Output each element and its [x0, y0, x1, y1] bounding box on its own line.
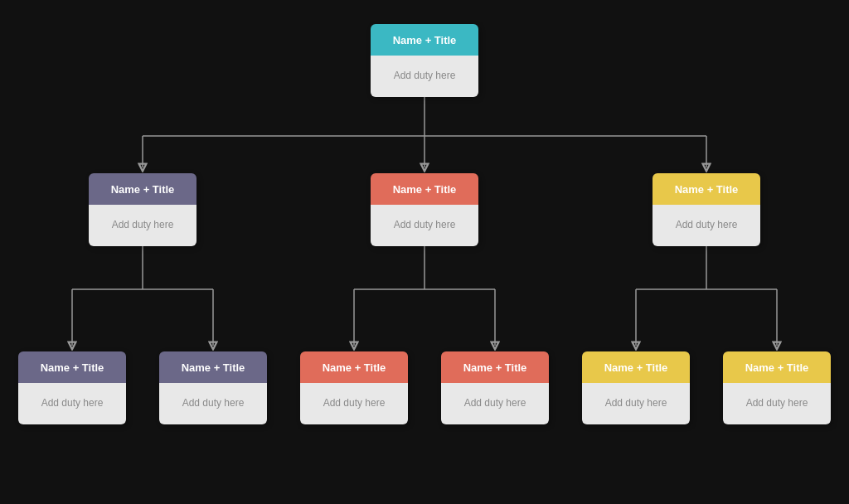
node-leaf-2-header: Name + Title — [159, 351, 267, 383]
node-mid-left-duty: Add duty here — [112, 219, 174, 230]
node-root-body: Add duty here — [371, 56, 478, 97]
node-leaf-5[interactable]: Name + Title Add duty here — [582, 351, 690, 424]
node-leaf-4-duty: Add duty here — [464, 397, 526, 409]
node-leaf-3-header: Name + Title — [300, 351, 408, 383]
node-leaf-2[interactable]: Name + Title Add duty here — [159, 351, 267, 424]
node-leaf-1-body: Add duty here — [18, 383, 126, 424]
node-leaf-6-duty: Add duty here — [746, 397, 808, 409]
node-leaf-4[interactable]: Name + Title Add duty here — [441, 351, 549, 424]
node-root-header: Name + Title — [371, 24, 478, 56]
node-mid-right[interactable]: Name + Title Add duty here — [653, 173, 760, 246]
node-leaf-3-label: Name + Title — [323, 361, 386, 374]
node-leaf-2-label: Name + Title — [182, 361, 245, 374]
node-mid-left-body: Add duty here — [89, 205, 196, 246]
node-root[interactable]: Name + Title Add duty here — [371, 24, 478, 97]
node-mid-left-label: Name + Title — [111, 183, 175, 196]
node-leaf-3-body: Add duty here — [300, 383, 408, 424]
node-leaf-6-body: Add duty here — [723, 383, 831, 424]
node-leaf-2-duty: Add duty here — [182, 397, 245, 409]
node-mid-center-label: Name + Title — [393, 183, 457, 196]
node-leaf-1-label: Name + Title — [41, 361, 104, 374]
node-leaf-6-label: Name + Title — [745, 361, 809, 374]
node-leaf-2-body: Add duty here — [159, 383, 267, 424]
node-leaf-4-label: Name + Title — [463, 361, 527, 374]
node-mid-center[interactable]: Name + Title Add duty here — [371, 173, 478, 246]
node-mid-right-header: Name + Title — [653, 173, 760, 205]
node-mid-center-header: Name + Title — [371, 173, 478, 205]
org-chart: Name + Title Add duty here Name + Title … — [10, 7, 839, 497]
node-leaf-5-body: Add duty here — [582, 383, 690, 424]
node-mid-center-body: Add duty here — [371, 205, 478, 246]
node-leaf-6[interactable]: Name + Title Add duty here — [723, 351, 831, 424]
node-leaf-3-duty: Add duty here — [323, 397, 386, 409]
node-mid-left-header: Name + Title — [89, 173, 196, 205]
node-leaf-3[interactable]: Name + Title Add duty here — [300, 351, 408, 424]
node-leaf-4-body: Add duty here — [441, 383, 549, 424]
node-leaf-4-header: Name + Title — [441, 351, 549, 383]
node-mid-center-duty: Add duty here — [394, 219, 456, 230]
node-leaf-1-header: Name + Title — [18, 351, 126, 383]
node-leaf-5-duty: Add duty here — [605, 397, 667, 409]
node-root-label: Name + Title — [393, 34, 457, 46]
node-leaf-5-label: Name + Title — [604, 361, 668, 374]
node-mid-right-duty: Add duty here — [676, 219, 738, 230]
node-leaf-1-duty: Add duty here — [41, 397, 104, 409]
node-mid-right-body: Add duty here — [653, 205, 760, 246]
node-mid-right-label: Name + Title — [675, 183, 739, 196]
node-leaf-6-header: Name + Title — [723, 351, 831, 383]
node-mid-left[interactable]: Name + Title Add duty here — [89, 173, 196, 246]
node-leaf-1[interactable]: Name + Title Add duty here — [18, 351, 126, 424]
node-leaf-5-header: Name + Title — [582, 351, 690, 383]
node-root-duty: Add duty here — [394, 70, 456, 81]
